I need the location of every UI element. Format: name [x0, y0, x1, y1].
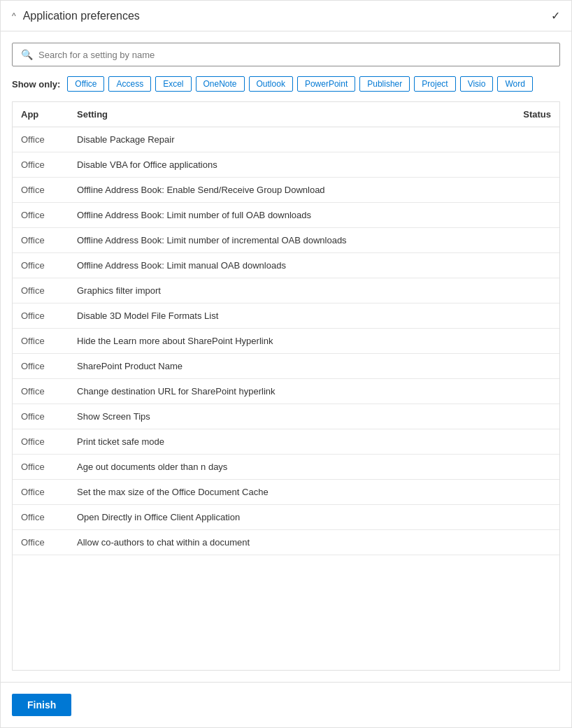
cell-status — [503, 304, 559, 329]
cell-app: Office — [13, 152, 69, 178]
search-container: 🔍 — [12, 43, 560, 66]
cell-status — [503, 379, 559, 404]
cell-status — [503, 455, 559, 480]
filter-row: Show only: OfficeAccessExcelOneNoteOutlo… — [12, 76, 560, 92]
settings-table: App Setting Status OfficeDisable Package… — [13, 102, 559, 555]
col-setting: Setting — [69, 102, 503, 127]
table-row[interactable]: OfficeOffline Address Book: Limit number… — [13, 203, 559, 228]
table-row[interactable]: OfficeOffline Address Book: Enable Send/… — [13, 178, 559, 203]
table-row[interactable]: OfficeChange destination URL for SharePo… — [13, 379, 559, 404]
table-header-row: App Setting Status — [13, 102, 559, 127]
cell-status — [503, 253, 559, 278]
filter-btn-excel[interactable]: Excel — [155, 76, 191, 92]
table-row[interactable]: OfficeShow Screen Tips — [13, 404, 559, 429]
filter-btn-word[interactable]: Word — [497, 76, 532, 92]
cell-setting: Set the max size of the Office Document … — [69, 480, 503, 505]
cell-setting: Disable Package Repair — [69, 127, 503, 152]
table-row[interactable]: OfficeOffline Address Book: Limit manual… — [13, 253, 559, 278]
table-row[interactable]: OfficeAllow co-authors to chat within a … — [13, 530, 559, 555]
cell-app: Office — [13, 178, 69, 203]
table-row[interactable]: OfficePrint ticket safe mode — [13, 429, 559, 455]
cell-app: Office — [13, 505, 69, 530]
cell-status — [503, 152, 559, 178]
cell-status — [503, 178, 559, 203]
finish-button[interactable]: Finish — [12, 694, 71, 716]
cell-setting: Show Screen Tips — [69, 404, 503, 429]
cell-setting: Offline Address Book: Limit manual OAB d… — [69, 253, 503, 278]
filter-btn-visio[interactable]: Visio — [460, 76, 494, 92]
filter-label: Show only: — [12, 79, 60, 90]
table-row[interactable]: OfficeDisable Package Repair — [13, 127, 559, 152]
cell-setting: Age out documents older than n days — [69, 455, 503, 480]
cell-status — [503, 404, 559, 429]
cell-app: Office — [13, 127, 69, 152]
header-left: ^ Application preferences — [12, 10, 140, 22]
search-box[interactable]: 🔍 — [12, 43, 560, 66]
table-wrapper: App Setting Status OfficeDisable Package… — [12, 101, 560, 671]
table-row[interactable]: OfficeHide the Learn more about SharePoi… — [13, 329, 559, 354]
cell-status — [503, 203, 559, 228]
cell-status — [503, 329, 559, 354]
cell-app: Office — [13, 429, 69, 455]
cell-status — [503, 530, 559, 555]
table-row[interactable]: OfficeGraphics filter import — [13, 278, 559, 304]
table-row[interactable]: OfficeDisable 3D Model File Formats List — [13, 304, 559, 329]
cell-app: Office — [13, 253, 69, 278]
filter-buttons: OfficeAccessExcelOneNoteOutlookPowerPoin… — [67, 76, 533, 92]
filter-btn-publisher[interactable]: Publisher — [359, 76, 410, 92]
cell-setting: Offline Address Book: Limit number of in… — [69, 228, 503, 253]
table-row[interactable]: OfficeOffline Address Book: Limit number… — [13, 228, 559, 253]
cell-app: Office — [13, 203, 69, 228]
table-row[interactable]: OfficeSharePoint Product Name — [13, 354, 559, 379]
cell-app: Office — [13, 228, 69, 253]
cell-status — [503, 127, 559, 152]
cell-status — [503, 354, 559, 379]
cell-status — [503, 278, 559, 304]
cell-app: Office — [13, 530, 69, 555]
table-row[interactable]: OfficeOpen Directly in Office Client App… — [13, 505, 559, 530]
cell-setting: Disable VBA for Office applications — [69, 152, 503, 178]
filter-btn-outlook[interactable]: Outlook — [249, 76, 293, 92]
cell-setting: Hide the Learn more about SharePoint Hyp… — [69, 329, 503, 354]
cell-app: Office — [13, 329, 69, 354]
cell-status — [503, 505, 559, 530]
cell-app: Office — [13, 278, 69, 304]
table-row[interactable]: OfficeDisable VBA for Office application… — [13, 152, 559, 178]
col-status: Status — [503, 102, 559, 127]
cell-app: Office — [13, 455, 69, 480]
filter-btn-powerpoint[interactable]: PowerPoint — [297, 76, 355, 92]
header: ^ Application preferences ✓ — [1, 1, 571, 31]
page-title: Application preferences — [23, 10, 140, 22]
filter-btn-access[interactable]: Access — [108, 76, 151, 92]
filter-btn-project[interactable]: Project — [414, 76, 455, 92]
cell-app: Office — [13, 354, 69, 379]
cell-setting: Change destination URL for SharePoint hy… — [69, 379, 503, 404]
content-area: 🔍 Show only: OfficeAccessExcelOneNoteOut… — [1, 31, 571, 682]
cell-app: Office — [13, 379, 69, 404]
cell-setting: SharePoint Product Name — [69, 354, 503, 379]
cell-status — [503, 480, 559, 505]
cell-setting: Offline Address Book: Limit number of fu… — [69, 203, 503, 228]
cell-app: Office — [13, 480, 69, 505]
filter-btn-onenote[interactable]: OneNote — [196, 76, 245, 92]
footer: Finish — [1, 682, 571, 727]
cell-setting: Disable 3D Model File Formats List — [69, 304, 503, 329]
cell-setting: Allow co-authors to chat within a docume… — [69, 530, 503, 555]
cell-status — [503, 429, 559, 455]
cell-setting: Open Directly in Office Client Applicati… — [69, 505, 503, 530]
cell-app: Office — [13, 304, 69, 329]
filter-btn-office[interactable]: Office — [67, 76, 104, 92]
col-app: App — [13, 102, 69, 127]
app-container: ^ Application preferences ✓ 🔍 Show only:… — [0, 0, 572, 728]
cell-setting: Graphics filter import — [69, 278, 503, 304]
check-icon: ✓ — [551, 9, 560, 22]
cell-setting: Offline Address Book: Enable Send/Receiv… — [69, 178, 503, 203]
table-scroll[interactable]: App Setting Status OfficeDisable Package… — [13, 102, 559, 641]
table-row[interactable]: OfficeAge out documents older than n day… — [13, 455, 559, 480]
table-body: OfficeDisable Package RepairOfficeDisabl… — [13, 127, 559, 555]
table-row[interactable]: OfficeSet the max size of the Office Doc… — [13, 480, 559, 505]
search-icon: 🔍 — [21, 49, 33, 60]
cell-setting: Print ticket safe mode — [69, 429, 503, 455]
search-input[interactable] — [38, 50, 551, 60]
cell-app: Office — [13, 404, 69, 429]
